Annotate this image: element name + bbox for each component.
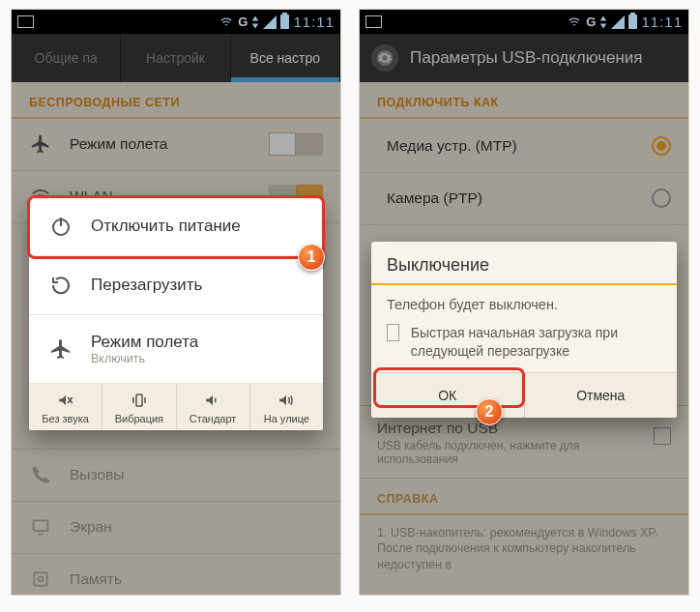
row-screen[interactable]: Экран — [12, 502, 340, 554]
airplane-icon — [48, 337, 73, 361]
wifi-icon — [567, 15, 582, 29]
svg-point-2 — [39, 577, 44, 582]
fastboot-check[interactable] — [387, 324, 399, 341]
badge-1: 1 — [298, 244, 325, 271]
airplane-icon — [29, 133, 52, 155]
phone-left: G 11:11 Общие па Настройк Все настро БЕС… — [12, 10, 340, 595]
signal-icon — [263, 15, 277, 29]
row-usb-net-label: Интернет по USB — [377, 420, 636, 437]
screenshot-icon — [365, 15, 382, 28]
signal-icon — [611, 15, 625, 29]
power-off-item[interactable]: Отключить питание — [29, 197, 323, 256]
up-down-icon — [599, 15, 607, 29]
radio-mtp[interactable] — [652, 136, 671, 156]
phone-right: G 11:11 Параметры USB-подключения ПОДКЛЮ… — [360, 10, 688, 595]
airplane-switch[interactable] — [269, 132, 323, 156]
section-connect-as: ПОДКЛЮЧИТЬ КАК — [360, 82, 688, 117]
radio-ptp[interactable] — [652, 189, 671, 208]
sound-vibrate[interactable]: Вибрация — [102, 384, 176, 430]
settings-tabs: Общие па Настройк Все настро — [12, 34, 340, 82]
help-text: 1. USB-накопитель: рекомендуется в Windo… — [360, 517, 688, 582]
screenshot-icon — [17, 15, 34, 28]
storage-icon — [29, 569, 52, 589]
shutdown-dialog: Выключение Телефон будет выключен. Быстр… — [371, 242, 677, 418]
badge-2: 2 — [476, 398, 503, 425]
tab-settings[interactable]: Настройк — [121, 34, 230, 82]
dialog-fastboot-row[interactable]: Быстрая начальная загрузка при следующей… — [371, 314, 677, 373]
action-bar: Параметры USB-подключения — [360, 34, 688, 82]
sound-standard[interactable]: Стандарт — [177, 384, 250, 430]
usb-net-check[interactable] — [654, 427, 671, 445]
divider — [12, 117, 340, 119]
network-type: G — [586, 15, 596, 29]
row-usb-net[interactable]: Интернет по USB USB кабель подключен, на… — [360, 408, 688, 479]
svg-rect-0 — [34, 520, 48, 531]
divider — [360, 513, 688, 515]
svg-rect-1 — [34, 572, 46, 585]
wifi-icon — [219, 15, 234, 29]
status-bar: G 11:11 — [360, 10, 688, 34]
network-type: G — [238, 15, 248, 29]
restart-item[interactable]: Перезагрузить — [29, 256, 323, 315]
restart-label: Перезагрузить — [91, 276, 202, 295]
row-calls[interactable]: Вызовы — [12, 450, 340, 502]
display-icon — [29, 517, 52, 537]
dialog-check-label: Быстрая начальная загрузка при следующей… — [411, 324, 661, 361]
page-title: Параметры USB-подключения — [410, 48, 643, 68]
dialog-title: Выключение — [371, 242, 677, 285]
tab-common[interactable]: Общие па — [12, 34, 121, 82]
clock: 11:11 — [641, 14, 683, 30]
power-menu: Отключить питание Перезагрузить Режим по… — [29, 197, 323, 430]
restart-icon — [48, 274, 73, 297]
airplane-item[interactable]: Режим полета Включить — [29, 315, 323, 384]
power-icon — [48, 215, 73, 238]
row-calls-label: Вызовы — [70, 466, 323, 483]
row-memory[interactable]: Память — [12, 554, 340, 596]
battery-icon — [280, 15, 289, 29]
power-off-label: Отключить питание — [91, 217, 241, 236]
up-down-icon — [251, 15, 259, 29]
dialog-cancel-button[interactable]: Отмена — [525, 373, 678, 418]
sound-mode-bar: Без звука Вибрация Стандарт На улице — [29, 384, 323, 430]
tab-all-settings[interactable]: Все настро — [231, 34, 340, 82]
row-ptp[interactable]: Камера (PTP) — [360, 173, 688, 225]
row-mtp-label: Медиа устр. (MTP) — [377, 137, 634, 155]
clock: 11:11 — [293, 14, 335, 30]
gear-icon — [371, 44, 398, 72]
sound-silent[interactable]: Без звука — [29, 384, 102, 430]
svg-rect-7 — [136, 394, 142, 406]
row-usb-net-sub: USB кабель подключен, нажмите для исполь… — [377, 439, 636, 466]
dialog-body: Телефон будет выключен. — [371, 285, 677, 314]
sound-outdoor[interactable]: На улице — [250, 384, 323, 430]
airplane-label: Режим полета — [91, 333, 198, 352]
row-ptp-label: Камера (PTP) — [377, 189, 634, 207]
row-memory-label: Память — [70, 570, 323, 588]
row-airplane-label: Режим полета — [70, 135, 251, 153]
section-wireless: БЕСПРОВОДНЫЕ СЕТИ — [12, 82, 340, 117]
status-bar: G 11:11 — [12, 10, 340, 34]
airplane-sub: Включить — [91, 352, 198, 365]
row-screen-label: Экран — [70, 518, 323, 536]
battery-icon — [628, 15, 637, 29]
section-help: СПРАВКА — [360, 479, 688, 513]
divider — [360, 117, 688, 119]
row-airplane[interactable]: Режим полета — [12, 119, 340, 171]
row-mtp[interactable]: Медиа устр. (MTP) — [360, 121, 688, 173]
phone-icon — [29, 465, 52, 484]
